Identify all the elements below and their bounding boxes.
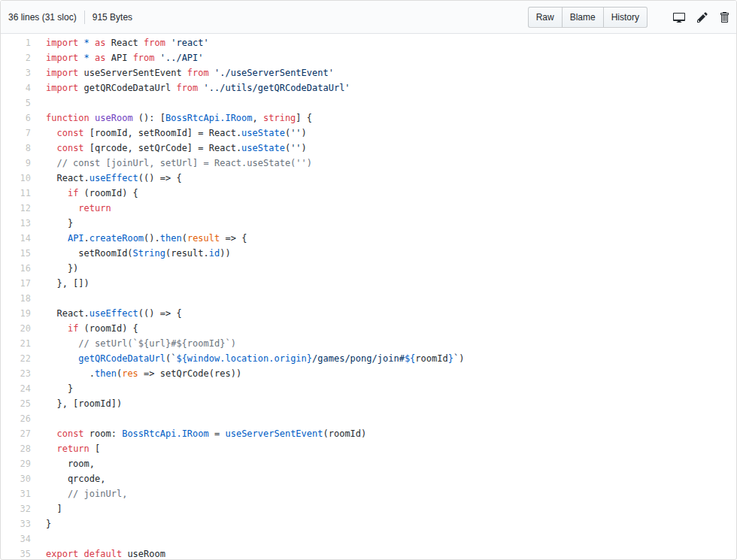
line-content: // const [joinUrl, setUrl] = React.useSt… bbox=[38, 156, 312, 171]
code-token: ( bbox=[182, 233, 187, 244]
line-content: ] bbox=[38, 501, 62, 516]
code-line: 18 bbox=[1, 291, 736, 306]
code-token: getQRCodeDataUrl bbox=[78, 353, 165, 364]
code-token: if bbox=[68, 188, 78, 198]
line-number[interactable]: 3 bbox=[1, 65, 38, 80]
line-number[interactable]: 15 bbox=[1, 246, 38, 261]
line-number[interactable]: 9 bbox=[1, 156, 38, 171]
code-line: 11 if (roomId) { bbox=[1, 186, 736, 201]
code-token: useRoom bbox=[95, 113, 138, 123]
code-token: (result. bbox=[165, 248, 209, 259]
code-token bbox=[46, 233, 68, 244]
line-number[interactable]: 13 bbox=[1, 216, 38, 231]
line-content: React.useEffect(() => { bbox=[38, 171, 182, 186]
line-number[interactable]: 20 bbox=[1, 321, 38, 336]
pencil-icon-path bbox=[697, 12, 708, 23]
code-line: 4import getQRCodeDataUrl from '../utils/… bbox=[1, 80, 736, 95]
line-number[interactable]: 17 bbox=[1, 276, 38, 291]
line-number[interactable]: 22 bbox=[1, 351, 38, 366]
code-line: 9 // const [joinUrl, setUrl] = React.use… bbox=[1, 156, 736, 171]
line-content: } bbox=[38, 216, 73, 231]
line-content: // joinUrl, bbox=[38, 486, 127, 501]
code-token: ] { bbox=[296, 113, 312, 123]
device-desktop-icon-path bbox=[673, 13, 685, 23]
line-number[interactable]: 25 bbox=[1, 396, 38, 411]
line-number[interactable]: 35 bbox=[1, 546, 38, 560]
line-number[interactable]: 19 bbox=[1, 306, 38, 321]
line-number[interactable]: 33 bbox=[1, 516, 38, 531]
line-number[interactable]: 4 bbox=[1, 80, 38, 95]
line-number[interactable]: 29 bbox=[1, 456, 38, 471]
line-content: return [ bbox=[38, 441, 100, 456]
line-number[interactable]: 32 bbox=[1, 501, 38, 516]
code-line: 2import * as API from '../API' bbox=[1, 50, 736, 65]
code-token bbox=[46, 143, 56, 153]
code-line: 15 setRoomId(String(result.id)) bbox=[1, 246, 736, 261]
code-token: import bbox=[46, 38, 84, 48]
code-token: ) bbox=[459, 353, 464, 364]
code-token: 'react' bbox=[171, 38, 209, 48]
line-number[interactable]: 14 bbox=[1, 231, 38, 246]
code-token: String bbox=[133, 248, 165, 259]
line-number[interactable]: 21 bbox=[1, 336, 38, 351]
line-number[interactable]: 24 bbox=[1, 381, 38, 396]
delete-file-button[interactable] bbox=[720, 11, 729, 23]
code-token: '' bbox=[290, 143, 301, 153]
code-token: result bbox=[187, 233, 220, 244]
line-number[interactable]: 23 bbox=[1, 366, 38, 381]
code-token: // const [joinUrl, setUrl] = React.useSt… bbox=[46, 158, 312, 168]
line-number[interactable]: 1 bbox=[1, 35, 38, 50]
line-content: import * as API from '../API' bbox=[38, 50, 204, 65]
line-number[interactable]: 6 bbox=[1, 110, 38, 126]
code-token: (roomId) { bbox=[78, 323, 138, 334]
code-token: }, []) bbox=[46, 278, 89, 289]
line-number[interactable]: 12 bbox=[1, 201, 38, 216]
code-token: const bbox=[56, 143, 89, 153]
trash-icon-path bbox=[720, 12, 729, 23]
history-button[interactable]: History bbox=[603, 7, 648, 28]
code-token: as bbox=[89, 53, 111, 63]
code-token: BossRtcApi.IRoom bbox=[122, 428, 209, 439]
code-token: React bbox=[111, 38, 144, 48]
code-token: useState bbox=[241, 128, 285, 138]
line-number[interactable]: 27 bbox=[1, 426, 38, 441]
code-line: 26 bbox=[1, 411, 736, 426]
code-token: export bbox=[46, 549, 84, 559]
code-token: ${ bbox=[405, 353, 415, 364]
code-token: API bbox=[68, 233, 84, 244]
code-line: 7 const [roomId, setRoomId] = React.useS… bbox=[1, 126, 736, 141]
line-number[interactable]: 2 bbox=[1, 50, 38, 65]
code-line: 3import useServerSentEvent from './useSe… bbox=[1, 65, 736, 80]
line-number[interactable]: 18 bbox=[1, 291, 38, 306]
code-line: 34 bbox=[1, 531, 736, 546]
line-number[interactable]: 34 bbox=[1, 531, 38, 546]
line-content: function useRoom (): [BossRtcApi.IRoom, … bbox=[38, 110, 312, 126]
code-token: // setUrl(`${url}#${roomId}`) bbox=[46, 338, 236, 349]
line-number[interactable]: 26 bbox=[1, 411, 38, 426]
line-content: } bbox=[38, 381, 73, 396]
code-token: } bbox=[46, 218, 73, 229]
code-token: useServerSentEvent bbox=[84, 68, 187, 78]
line-content: .then(res => setQrCode(res)) bbox=[38, 366, 241, 381]
code-token bbox=[46, 203, 78, 213]
code-line: 21 // setUrl(`${url}#${roomId}`) bbox=[1, 336, 736, 351]
line-number[interactable]: 5 bbox=[1, 95, 38, 110]
code-token: } bbox=[46, 383, 73, 394]
line-number[interactable]: 31 bbox=[1, 486, 38, 501]
blame-button[interactable]: Blame bbox=[562, 7, 604, 28]
line-number[interactable]: 7 bbox=[1, 126, 38, 141]
edit-file-button[interactable] bbox=[697, 11, 708, 23]
raw-button[interactable]: Raw bbox=[528, 7, 563, 28]
line-number[interactable]: 30 bbox=[1, 471, 38, 486]
line-number[interactable]: 8 bbox=[1, 141, 38, 156]
code-line: 25 }, [roomId]) bbox=[1, 396, 736, 411]
line-content: export default useRoom bbox=[38, 546, 165, 560]
open-in-desktop-button[interactable] bbox=[673, 11, 685, 23]
code-token: roomId bbox=[415, 353, 447, 364]
code-token: useEffect bbox=[89, 308, 138, 319]
line-number[interactable]: 10 bbox=[1, 171, 38, 186]
line-number[interactable]: 11 bbox=[1, 186, 38, 201]
line-number[interactable]: 16 bbox=[1, 261, 38, 276]
line-number[interactable]: 28 bbox=[1, 441, 38, 456]
line-content bbox=[38, 411, 46, 426]
